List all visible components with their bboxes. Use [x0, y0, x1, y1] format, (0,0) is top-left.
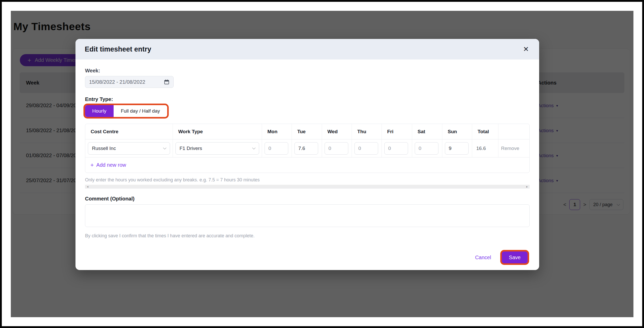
edit-timesheet-modal: Edit timesheet entry ✕ Week: Entry Type:… [75, 39, 539, 270]
modal-actions: Cancel Save [85, 251, 530, 263]
col-blank [498, 124, 529, 139]
add-new-row-button[interactable]: + Add new row [90, 162, 126, 169]
close-icon[interactable]: ✕ [522, 45, 530, 54]
hours-input-mon[interactable] [265, 142, 288, 155]
col-total: Total [472, 124, 498, 139]
hours-helper-text: Only enter the hours you worked excludin… [85, 177, 530, 183]
add-row-section: + Add new row [85, 157, 529, 173]
entry-type-hourly-button[interactable]: Hourly [85, 105, 114, 117]
col-cost-centre: Cost Centre [85, 124, 173, 139]
week-date-picker[interactable] [85, 76, 174, 88]
modal-header: Edit timesheet entry ✕ [75, 39, 539, 60]
row-total: 16.6 [475, 146, 486, 151]
week-field-label: Week: [85, 68, 530, 74]
week-date-input[interactable] [89, 79, 159, 85]
col-fri: Fri [382, 124, 412, 139]
work-type-select[interactable]: F1 Drivers [175, 142, 259, 155]
remove-row-button[interactable]: Remove [501, 146, 519, 151]
horizontal-scrollbar[interactable]: ◄ ► [85, 185, 530, 189]
cost-centre-select[interactable]: Russell Inc [88, 142, 170, 155]
hours-grid: Cost Centre Work Type Mon Tue Wed Thu Fr… [85, 124, 530, 173]
chevron-down-icon [252, 146, 256, 149]
col-work-type: Work Type [173, 124, 262, 139]
plus-icon: + [90, 162, 94, 169]
col-sun: Sun [442, 124, 472, 139]
modal-title: Edit timesheet entry [85, 45, 151, 53]
hours-input-sat[interactable] [415, 142, 438, 155]
chevron-down-icon [163, 146, 166, 149]
modal-body: Week: Entry Type: Hourly Full day / Half… [75, 68, 539, 263]
col-wed: Wed [322, 124, 352, 139]
hours-input-tue[interactable] [294, 142, 318, 155]
entry-type-label: Entry Type: [85, 96, 530, 102]
hours-input-sun[interactable] [445, 142, 469, 155]
cost-centre-value: Russell Inc [92, 146, 116, 151]
hours-input-wed[interactable] [325, 142, 348, 155]
calendar-icon [164, 79, 170, 85]
col-thu: Thu [352, 124, 382, 139]
hours-input-thu[interactable] [354, 142, 378, 155]
col-sat: Sat [412, 124, 442, 139]
scroll-right-icon[interactable]: ► [526, 186, 528, 188]
comment-textarea[interactable] [85, 204, 530, 227]
hours-input-fri[interactable] [384, 142, 408, 155]
work-type-value: F1 Drivers [180, 146, 202, 151]
entry-type-fullday-button[interactable]: Full day / Half day [114, 105, 167, 117]
hours-grid-entry-row: Russell Inc F1 Drivers 16.6 [85, 139, 529, 157]
save-button[interactable]: Save [502, 251, 528, 263]
hours-grid-header: Cost Centre Work Type Mon Tue Wed Thu Fr… [85, 124, 529, 139]
cancel-button[interactable]: Cancel [475, 255, 491, 260]
confirm-text: By clicking save I confirm that the time… [85, 233, 530, 239]
scroll-left-icon[interactable]: ◄ [86, 186, 89, 188]
col-tue: Tue [292, 124, 322, 139]
comment-label: Comment (Optional) [85, 196, 530, 202]
col-mon: Mon [262, 124, 292, 139]
add-new-row-label: Add new row [96, 162, 126, 168]
entry-type-toggle: Hourly Full day / Half day [85, 105, 167, 117]
